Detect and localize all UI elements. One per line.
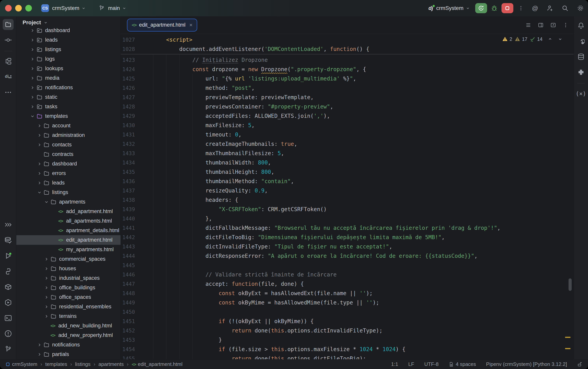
chevron-expanded-icon[interactable] — [36, 190, 43, 195]
editor-scrollbar-thumb[interactable] — [568, 278, 572, 291]
user-add-icon[interactable] — [547, 5, 553, 12]
rerun-button[interactable] — [475, 3, 487, 13]
code-line-1428[interactable]: 1428 previewsContainer: "#property-previ… — [121, 102, 574, 111]
chevron-collapsed-icon[interactable] — [29, 85, 36, 90]
preview-window-icon[interactable] — [550, 22, 556, 28]
chevron-down-icon[interactable] — [465, 6, 470, 10]
tree-item-dashboard[interactable]: dashboard — [16, 159, 121, 169]
chevron-collapsed-icon[interactable] — [29, 76, 36, 81]
notifications-bell-icon[interactable] — [576, 20, 587, 31]
project-name[interactable]: crmSystem — [52, 5, 79, 11]
weak-warnings[interactable]: 17 — [515, 36, 527, 42]
zoom-window-button[interactable] — [25, 5, 32, 11]
code-line-1430[interactable]: 1430 maxFilesize: 5, — [121, 121, 574, 130]
previous-problem-icon[interactable] — [547, 37, 553, 41]
tree-item-add_new_building-html[interactable]: <>add_new_building.html — [16, 321, 121, 330]
code-line-1441[interactable]: 1441 dictFallbackMessage: "Browserul tău… — [121, 223, 574, 233]
tree-item-logs[interactable]: logs — [16, 54, 121, 64]
python-packages-icon[interactable] — [3, 282, 14, 292]
close-window-button[interactable] — [5, 5, 12, 11]
minimize-window-button[interactable] — [15, 5, 22, 11]
code-line-1452[interactable]: 1452 return done(this.options.dictInvali… — [121, 326, 574, 335]
strong-warnings[interactable]: 2 — [502, 36, 512, 42]
tree-item-leads[interactable]: leads — [16, 178, 121, 188]
plugin-icon[interactable] — [576, 67, 587, 78]
tree-item-dashboard[interactable]: dashboard — [16, 26, 121, 35]
split-editor-icon[interactable] — [538, 22, 544, 28]
code-line-1454[interactable]: 1454 if (file.size > this.options.maxFil… — [121, 345, 574, 354]
chevron-collapsed-icon[interactable] — [36, 352, 43, 357]
tree-item-errors[interactable]: errors — [16, 169, 121, 178]
code-line-1450[interactable]: 1450 — [121, 307, 574, 317]
warning-stripe-mark[interactable] — [565, 337, 570, 338]
code-line-1451[interactable]: 1451 if (!(okByExt || okByMime)) { — [121, 317, 574, 326]
tree-item-houses[interactable]: houses — [16, 264, 121, 273]
chevron-down-icon[interactable] — [81, 6, 86, 10]
database-icon[interactable] — [576, 51, 587, 62]
tree-item-notifications[interactable]: notifications — [16, 83, 121, 92]
variables-icon[interactable]: (×) — [576, 88, 587, 99]
python-console-icon[interactable] — [3, 266, 14, 277]
tree-item-industrial_spaces[interactable]: industrial_spaces — [16, 273, 121, 283]
more-run-options-icon[interactable] — [518, 5, 524, 11]
next-problem-icon[interactable] — [558, 37, 563, 41]
terminal-icon[interactable] — [3, 313, 14, 324]
code-line-1455[interactable]: 1455 return done(this.options.dictFileTo… — [121, 354, 574, 359]
status-caret-position[interactable]: 1:1 — [391, 361, 398, 367]
chevron-collapsed-icon[interactable] — [29, 66, 36, 71]
code-line-1028[interactable]: 1028 document.addEventListener('DOMConte… — [121, 44, 574, 54]
tree-item-my_apartments-html[interactable]: <>my_apartments.html — [16, 245, 121, 254]
chevron-collapsed-icon[interactable] — [36, 181, 43, 185]
breadcrumb-item[interactable]: templates — [45, 361, 67, 367]
tree-item-terrains[interactable]: terrains — [16, 311, 121, 321]
code-line-1431[interactable]: 1431 timeout: 0, — [121, 130, 574, 139]
tree-item-notifications[interactable]: notifications — [16, 340, 121, 349]
tree-item-listings[interactable]: listings — [16, 188, 121, 197]
tree-item-add_apartment-html[interactable]: <>add_apartment.html — [16, 207, 121, 216]
code-line-1436[interactable]: 1436 thumbnailMethod: "contain", — [121, 176, 574, 186]
project-badge[interactable]: CS — [41, 4, 49, 12]
code-line-1444[interactable]: 1444 dictResponseError: "A apărut o eroa… — [121, 251, 574, 260]
code-line-1429[interactable]: 1429 acceptedFiles: ALLOWED_EXTS.join(',… — [121, 111, 574, 121]
chevron-collapsed-icon[interactable] — [43, 266, 50, 271]
tree-item-templates[interactable]: templates — [16, 111, 121, 121]
code-line-1449[interactable]: 1449 const okByMime = hasAllowedMime(fil… — [121, 298, 574, 307]
chevron-expanded-icon[interactable] — [29, 114, 36, 119]
code-line-1453[interactable]: 1453 } — [121, 335, 574, 345]
services-icon[interactable] — [3, 297, 14, 308]
tree-item-administration[interactable]: administration — [16, 131, 121, 140]
code-line-1433[interactable]: 1433 maxThumbnailFilesize: 5, — [121, 149, 574, 158]
tree-item-all_apartments-html[interactable]: <>all_apartments.html — [16, 216, 121, 226]
tree-item-media[interactable]: media — [16, 73, 121, 83]
tree-item-tasks[interactable]: tasks — [16, 102, 121, 111]
tree-item-residential_ensembles[interactable]: residential_ensembles — [16, 302, 121, 311]
code-line-1439[interactable]: 1439 "X-CSRFToken": CRM.getCSRFToken() — [121, 205, 574, 214]
chevron-collapsed-icon[interactable] — [36, 123, 43, 128]
status-interpreter[interactable]: Pipenv (crmSystem) [Python 3.12.2] — [486, 361, 567, 367]
code-line-1435[interactable]: 1435 thumbnailHeight: 800, — [121, 167, 574, 176]
tree-item-add_new_property-html[interactable]: <>add_new_property.html — [16, 330, 121, 340]
chevron-collapsed-icon[interactable] — [43, 305, 50, 309]
vcs-branch-widget[interactable]: main — [98, 5, 127, 11]
tree-item-edit_apartment-html[interactable]: <>edit_apartment.html — [16, 235, 121, 245]
more-toolwindows-icon[interactable] — [3, 87, 14, 98]
breadcrumb-item[interactable]: apartments — [98, 361, 124, 367]
code-line-1446[interactable]: 1446 // Validare strictă înainte de încă… — [121, 270, 574, 279]
chevron-collapsed-icon[interactable] — [36, 133, 43, 138]
status-lock[interactable] — [577, 362, 583, 367]
code-line-1432[interactable]: 1432 createImageThumbnails: true, — [121, 139, 574, 149]
run-config-name[interactable]: crmSystem — [436, 5, 464, 11]
chevron-collapsed-icon[interactable] — [36, 171, 43, 176]
git-icon[interactable] — [3, 344, 14, 355]
more-vertical-icon[interactable] — [563, 22, 568, 28]
breadcrumb-item[interactable]: <>edit_apartment.html — [132, 361, 183, 367]
ai-assistant-icon[interactable] — [576, 36, 587, 47]
tree-item-apartment_details-html[interactable]: <>apartment_details.html — [16, 226, 121, 235]
chevron-collapsed-icon[interactable] — [29, 104, 36, 109]
settings-gear-icon[interactable] — [577, 4, 584, 12]
code-line-1434[interactable]: 1434 thumbnailWidth: 800, — [121, 158, 574, 167]
code-line-1425[interactable]: 1425 url: "{% url 'listings:upload_multi… — [121, 74, 574, 83]
code-line-1424[interactable]: 1424 const dropzone = new Dropzone(".pro… — [121, 64, 574, 74]
tree-item-office_buildings[interactable]: office_buildings — [16, 283, 121, 292]
chevron-collapsed-icon[interactable] — [43, 257, 50, 261]
